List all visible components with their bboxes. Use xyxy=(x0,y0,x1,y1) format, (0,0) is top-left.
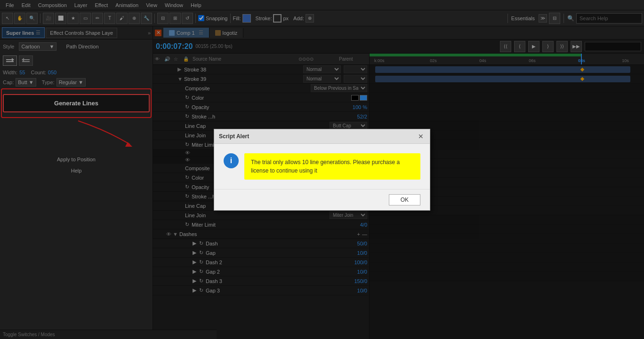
dialog-message: The trial only allows 10 line generation… xyxy=(244,153,420,180)
info-icon: i xyxy=(224,153,239,168)
dialog-titlebar: Script Alert ✕ xyxy=(214,129,430,144)
dialog-ok-btn[interactable]: OK xyxy=(389,194,420,205)
dialog-title: Script Alert xyxy=(219,133,249,140)
dialog-content: i The trial only allows 10 line generati… xyxy=(214,144,430,189)
script-alert-dialog: Script Alert ✕ i The trial only allows 1… xyxy=(214,129,430,211)
dialog-footer: OK xyxy=(214,189,430,210)
dialog-close-btn[interactable]: ✕ xyxy=(417,132,425,141)
dialog-overlay[interactable]: Script Alert ✕ i The trial only allows 1… xyxy=(0,0,644,339)
